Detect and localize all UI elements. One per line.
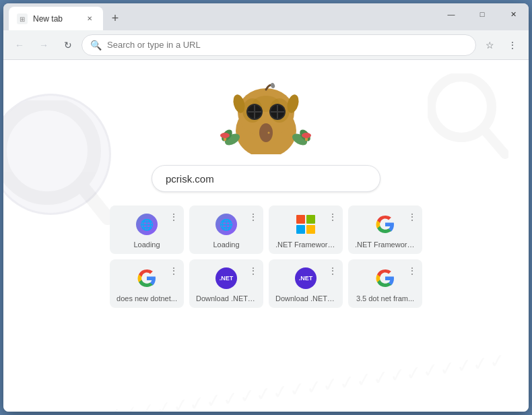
browser-window: ⊞ New tab ✕ + — □ ✕ ← → ↻ 🔍 ☆ ⋮: [3, 3, 529, 412]
search-box[interactable]: pcrisk.com: [152, 165, 380, 192]
speed-dial-title-1: Loading: [117, 241, 177, 249]
svg-point-19: [259, 123, 273, 142]
speed-dial-item-8[interactable]: ⋮ 3.5 dot net fram...: [348, 259, 422, 308]
svg-text:⊞: ⊞: [20, 15, 25, 23]
globe-icon-2: 🌐: [215, 214, 237, 235]
speed-dial-title-8: 3.5 dot net fram...: [355, 294, 415, 302]
speed-dial-item-6[interactable]: ⋮ .NET Download .NET F...: [189, 259, 263, 308]
toolbar-actions: ☆ ⋮: [479, 34, 523, 56]
speed-dial-title-3: .NET Framework ...: [275, 241, 336, 249]
speed-dial-favicon-1: 🌐: [136, 214, 158, 235]
window-controls: — □ ✕: [436, 3, 529, 25]
title-bar: ⊞ New tab ✕ + — □ ✕: [3, 3, 529, 30]
speed-dial-title-2: Loading: [196, 241, 257, 249]
svg-point-20: [268, 132, 270, 134]
dotnet-icon-7: .NET: [295, 267, 317, 289]
new-tab-button[interactable]: +: [106, 9, 125, 28]
speed-dial-item-2[interactable]: ⋮ 🌐 Loading: [189, 205, 263, 254]
maximize-button[interactable]: □: [467, 3, 498, 25]
speed-dial-title-5: does new dotnet...: [117, 294, 177, 302]
svg-line-5: [485, 131, 505, 154]
creature-illustration: [212, 80, 320, 154]
speed-dial-menu-3[interactable]: ⋮: [327, 211, 339, 223]
speed-dial-item-4[interactable]: ⋮ .NET Framework ...: [348, 205, 422, 254]
tab-favicon: ⊞: [17, 13, 28, 24]
speed-dial-favicon-2: 🌐: [215, 214, 237, 235]
speed-dial-title-6: Download .NET F...: [196, 294, 257, 302]
speed-dial-menu-5[interactable]: ⋮: [168, 265, 180, 277]
speed-dial-item-1[interactable]: ⋮ 🌐 Loading: [110, 205, 184, 254]
refresh-button[interactable]: ↻: [57, 34, 79, 56]
google-icon-4: [374, 214, 396, 235]
speed-dial-menu-4[interactable]: ⋮: [406, 211, 418, 223]
speed-dial-favicon-7: .NET: [295, 267, 317, 289]
speed-dial-grid: ⋮ 🌐 Loading ⋮ 🌐 Loading ⋮: [99, 205, 433, 308]
bg-watermark-text: ✓✓✓✓✓✓✓✓✓✓✓✓✓✓✓✓✓✓✓✓✓✓✓✓✓✓✓✓✓✓: [4, 346, 527, 412]
svg-point-4: [431, 77, 492, 137]
svg-point-21: [270, 82, 275, 89]
google-icon-8: [374, 267, 396, 289]
forward-button[interactable]: →: [33, 34, 55, 56]
ms-logo-3: [296, 215, 315, 234]
speed-dial-menu-2[interactable]: ⋮: [247, 211, 259, 223]
speed-dial-favicon-3: [295, 214, 317, 235]
speed-dial-menu-7[interactable]: ⋮: [327, 265, 339, 277]
bg-magnifier-right: [428, 73, 508, 177]
speed-dial-favicon-4: [374, 214, 396, 235]
speed-dial-favicon-5: [136, 267, 158, 289]
address-input[interactable]: [107, 40, 467, 50]
minimize-button[interactable]: —: [436, 3, 467, 25]
speed-dial-title-7: Download .NET F...: [275, 294, 336, 302]
search-box-value: pcrisk.com: [166, 173, 214, 185]
speed-dial-favicon-6: .NET: [215, 267, 237, 289]
menu-button[interactable]: ⋮: [502, 34, 523, 56]
dotnet-icon-6: .NET: [215, 267, 237, 289]
bg-circle-left: [3, 94, 111, 215]
speed-dial-title-4: .NET Framework ...: [355, 241, 415, 249]
speed-dial-item-5[interactable]: ⋮ does new dotnet...: [110, 259, 184, 308]
speed-dial-item-3[interactable]: ⋮ .NET Framework ...: [269, 205, 343, 254]
speed-dial-favicon-8: [374, 267, 396, 289]
speed-dial-menu-8[interactable]: ⋮: [406, 265, 418, 277]
speed-dial-menu-6[interactable]: ⋮: [247, 265, 259, 277]
close-button[interactable]: ✕: [498, 3, 529, 25]
svg-point-29: [220, 133, 230, 138]
tab-close-button[interactable]: ✕: [84, 13, 95, 24]
search-icon: 🔍: [90, 40, 102, 51]
bookmark-button[interactable]: ☆: [479, 34, 500, 56]
new-tab-page: ✓✓✓✓✓✓✓✓✓✓✓✓✓✓✓✓✓✓✓✓✓✓✓✓✓✓✓✓✓✓: [3, 60, 529, 412]
address-bar[interactable]: 🔍: [81, 34, 476, 56]
toolbar: ← → ↻ 🔍 ☆ ⋮: [3, 30, 529, 60]
svg-point-31: [302, 133, 311, 138]
logo-area: [212, 80, 320, 154]
google-icon-5: [136, 267, 158, 289]
tab-title: New tab: [33, 14, 79, 24]
speed-dial-menu-1[interactable]: ⋮: [168, 211, 180, 223]
globe-icon-1: 🌐: [136, 214, 158, 235]
active-tab[interactable]: ⊞ New tab ✕: [9, 7, 103, 30]
speed-dial-item-7[interactable]: ⋮ .NET Download .NET F...: [269, 259, 343, 308]
back-button[interactable]: ←: [9, 34, 30, 56]
